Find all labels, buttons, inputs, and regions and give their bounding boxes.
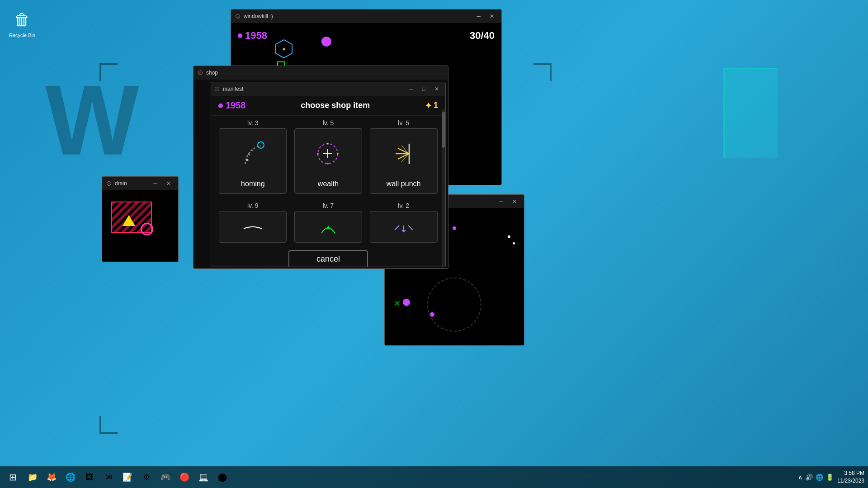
stars-value: 1 xyxy=(434,101,438,110)
taskbar-volume-icon[interactable]: 🔊 xyxy=(805,474,813,481)
particle-white-1 xyxy=(508,235,510,238)
shop-item-r2c3-col: lv. 2 xyxy=(368,202,439,243)
currency-value: 1958 xyxy=(226,100,246,111)
drain-close-btn[interactable]: ✕ xyxy=(164,179,174,188)
shop-item-r2c3[interactable] xyxy=(370,211,438,243)
taskbar-circle-app[interactable]: ⬤ xyxy=(213,468,231,486)
taskbar-firefox[interactable]: 🦊 xyxy=(42,468,61,486)
taskbar-terminal[interactable]: 💻 xyxy=(194,468,212,486)
taskbar-clock[interactable]: 3:58 PM 11/23/2023 xyxy=(837,469,864,485)
svg-line-18 xyxy=(398,154,409,159)
taskbar-sys-icons: ∧ 🔊 🌐 🔋 xyxy=(798,474,834,481)
game-title: windowkill :) xyxy=(244,13,470,19)
shop-item-r2c1[interactable] xyxy=(219,211,287,243)
scrollbar-thumb[interactable] xyxy=(442,112,445,148)
bracket-bl xyxy=(99,416,118,434)
manifest-title: manifest xyxy=(223,86,403,92)
shop-choose-label: choose shop item xyxy=(246,101,425,110)
recycle-bin-icon: 🗑 xyxy=(11,9,33,31)
taskbar-file-explorer[interactable]: 📁 xyxy=(24,468,42,486)
game-titlebar-icon: ○ xyxy=(236,14,240,19)
svg-point-11 xyxy=(327,143,329,145)
manifest-controls[interactable]: ─ □ ✕ xyxy=(406,85,442,93)
shop-titlebar-controls[interactable]: ─ xyxy=(434,69,443,77)
shop-items-row2: lv. 9 lv. 7 xyxy=(211,198,445,246)
start-icon: ⊞ xyxy=(9,472,17,483)
manifest-minimize-btn[interactable]: ─ xyxy=(406,85,416,93)
shop-header: 1958 choose shop item ✦ 1 xyxy=(211,96,445,116)
clock-date: 11/23/2023 xyxy=(837,477,864,485)
drain-titlebar-icon: ○ xyxy=(107,181,111,186)
game-titlebar[interactable]: ○ windowkill :) ─ ✕ xyxy=(231,9,501,23)
wallpunch-name: wall punch xyxy=(387,180,421,188)
cancel-btn-row: cancel xyxy=(211,246,445,267)
svg-marker-21 xyxy=(327,225,330,229)
cancel-button[interactable]: cancel xyxy=(288,250,368,267)
drain-titlebar[interactable]: ○ drain ─ ✕ xyxy=(102,177,178,190)
window-drain: ○ drain ─ ✕ xyxy=(102,176,179,262)
shop-title: shop xyxy=(206,70,430,76)
taskbar-battery-icon[interactable]: 🔋 xyxy=(826,474,834,481)
game-close-btn[interactable]: ✕ xyxy=(487,12,497,20)
taskbar-chrome[interactable]: 🌐 xyxy=(61,468,80,486)
shop-items-row1: lv. 3 xyxy=(211,116,445,197)
manifest-titlebar[interactable]: ○ manifest ─ □ ✕ xyxy=(211,82,445,96)
shop-minimize-btn[interactable]: ─ xyxy=(434,69,443,77)
particle-5 xyxy=(403,299,410,306)
score-value: 1958 xyxy=(245,30,267,42)
gear-circle xyxy=(427,277,481,332)
shop-item-homing[interactable]: homing xyxy=(219,128,287,194)
cyan-glow xyxy=(723,68,778,158)
star-icon: ✦ xyxy=(425,101,432,111)
taskbar-app1[interactable]: 🔴 xyxy=(175,468,193,486)
wallpunch-level: lv. 5 xyxy=(398,119,409,127)
start-button[interactable]: ⊞ xyxy=(4,468,22,486)
shop-item-homing-col: lv. 3 xyxy=(217,119,288,194)
taskbar-game[interactable]: 🎮 xyxy=(156,468,175,486)
shop-item-r2c2[interactable] xyxy=(294,211,362,243)
manifest-close-btn[interactable]: ✕ xyxy=(432,85,442,93)
taskbar-chevron-icon[interactable]: ∧ xyxy=(798,474,802,481)
shop-item-wealth[interactable]: wealth xyxy=(294,128,362,194)
homing-icon xyxy=(237,138,269,169)
recycle-bin[interactable]: 🗑 Recycle Bin xyxy=(9,9,35,38)
taskbar-icons: 📁 🦊 🌐 🖼 ✉ 📝 ⚙ 🎮 🔴 💻 ⬤ xyxy=(24,468,231,486)
shop-titlebar-icon: ○ xyxy=(198,70,203,75)
bracket-tl xyxy=(99,63,118,81)
desktop: W L 🗑 Recycle Bin ○ windowkill :) ─ ✕ 19… xyxy=(0,0,868,488)
green-mark: ✕ xyxy=(394,299,401,309)
shop-item-wallpunch[interactable]: wall punch xyxy=(370,128,438,194)
wealth-level: lv. 5 xyxy=(323,119,334,127)
window-shop: ○ shop ─ ○ manifest ─ □ ✕ xyxy=(193,66,448,269)
game-wave: 30/40 xyxy=(470,30,495,42)
taskbar-network-icon[interactable]: 🌐 xyxy=(816,474,823,481)
scrollbar[interactable] xyxy=(442,109,445,267)
svg-point-7 xyxy=(252,150,253,151)
taskbar-photos[interactable]: 🖼 xyxy=(80,468,99,486)
recycle-bin-label: Recycle Bin xyxy=(9,33,35,38)
taskbar-right: ∧ 🔊 🌐 🔋 3:58 PM 11/23/2023 xyxy=(798,469,864,485)
right-close-btn[interactable]: ✕ xyxy=(509,197,519,206)
shop-titlebar[interactable]: ○ shop ─ xyxy=(193,66,448,80)
manifest-window: ○ manifest ─ □ ✕ 1958 choose shop item xyxy=(211,82,446,267)
shop-currency: 1958 xyxy=(218,100,246,111)
taskbar-settings[interactable]: ⚙ xyxy=(137,468,156,486)
taskbar-notepad[interactable]: 📝 xyxy=(118,468,137,486)
shop-item-wealth-col: lv. 5 xyxy=(293,119,364,194)
right-titlebar-controls[interactable]: ─ ✕ xyxy=(496,197,519,206)
player-hex: ✦ xyxy=(274,39,294,59)
drain-titlebar-controls[interactable]: ─ ✕ xyxy=(151,179,174,188)
drain-title: drain xyxy=(115,180,147,187)
drain-minimize-btn[interactable]: ─ xyxy=(151,179,160,188)
svg-point-13 xyxy=(327,163,329,164)
drain-content xyxy=(102,190,178,262)
game-titlebar-controls[interactable]: ─ ✕ xyxy=(474,12,497,20)
manifest-maximize-btn[interactable]: □ xyxy=(420,85,428,93)
shop-item-wallpunch-col: lv. 5 xyxy=(368,119,439,194)
game-minimize-btn[interactable]: ─ xyxy=(474,12,483,20)
particle-white-2 xyxy=(513,242,515,244)
right-minimize-btn[interactable]: ─ xyxy=(496,197,506,206)
taskbar-mail[interactable]: ✉ xyxy=(99,468,118,486)
svg-point-14 xyxy=(317,153,319,155)
r2c3-level: lv. 2 xyxy=(398,202,409,209)
